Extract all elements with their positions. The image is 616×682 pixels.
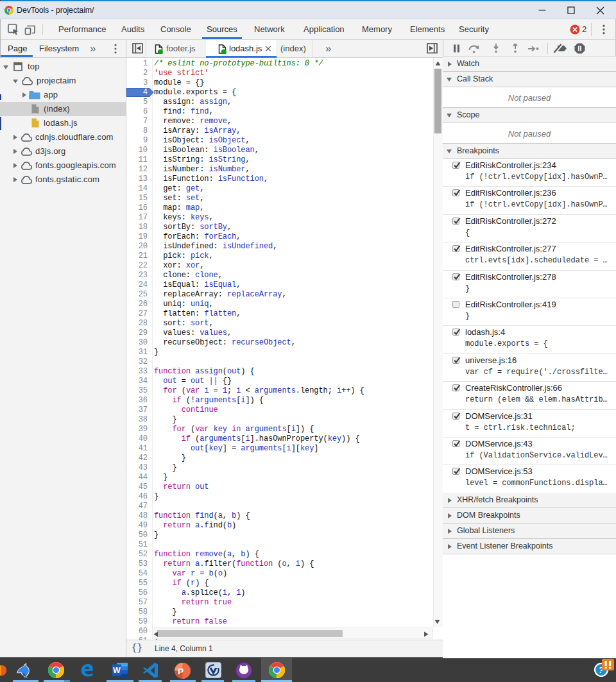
svg-text:W: W: [113, 666, 121, 675]
svg-text:P: P: [178, 667, 184, 676]
